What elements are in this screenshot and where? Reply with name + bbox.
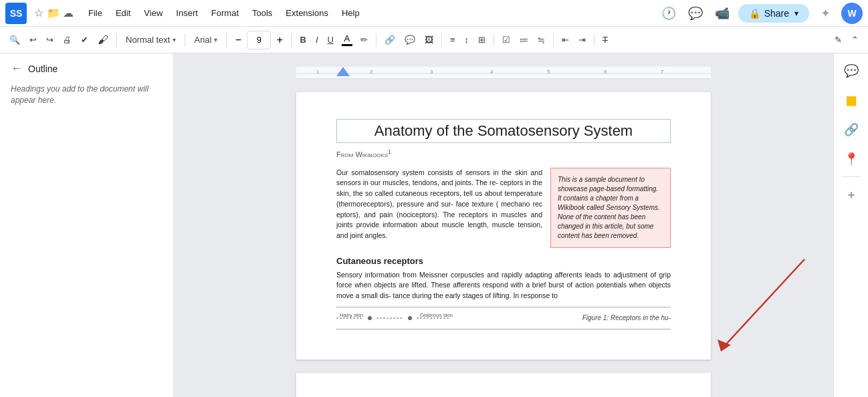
- history-icon[interactable]: 🕐: [658, 3, 679, 24]
- chevron-down-icon: ▾: [173, 36, 176, 43]
- right-panel: 💬 ◼ 🔗 📍 ＋: [833, 53, 868, 397]
- font-size-increase[interactable]: +: [272, 31, 287, 49]
- underline-button[interactable]: U: [324, 31, 338, 49]
- wikibooks-ref: From Wikibooks1: [336, 148, 671, 158]
- chevron-down-icon: ▾: [794, 9, 798, 18]
- svg-text:1: 1: [316, 69, 320, 75]
- svg-marker-17: [718, 340, 731, 352]
- indent-more-button[interactable]: ⇥: [574, 31, 590, 49]
- text-color-bar: [342, 44, 352, 46]
- line-spacing-button[interactable]: ↕: [460, 31, 473, 49]
- menu-extensions[interactable]: Extensions: [279, 5, 335, 21]
- text-color-button[interactable]: A: [339, 32, 355, 47]
- meet-icon[interactable]: 📹: [712, 3, 733, 24]
- magic-icon[interactable]: ✦: [815, 3, 836, 24]
- notes-panel-icon[interactable]: ◼: [839, 88, 863, 112]
- editing-mode-button[interactable]: ✎: [831, 31, 846, 49]
- divider-4: [291, 33, 292, 47]
- share-button[interactable]: 🔒 Share ▾: [738, 4, 809, 23]
- panel-divider: [842, 176, 861, 177]
- links-panel-icon[interactable]: 🔗: [839, 118, 863, 142]
- svg-text:Hairy skin: Hairy skin: [340, 312, 363, 318]
- menu-tools[interactable]: Tools: [245, 5, 279, 21]
- text-style-select[interactable]: Normal text ▾: [121, 31, 181, 49]
- page-1: From Wikibooks1 Our somatosensory system…: [296, 92, 711, 360]
- font-label: Arial: [194, 35, 211, 45]
- svg-marker-8: [336, 67, 350, 76]
- undo-button[interactable]: ↩: [25, 31, 41, 49]
- chat-icon[interactable]: 💬: [685, 3, 706, 24]
- font-size-input[interactable]: 9: [247, 31, 271, 49]
- outline-title: Outline: [28, 63, 58, 74]
- print-button[interactable]: 🖨: [59, 31, 76, 49]
- bold-button[interactable]: B: [296, 31, 310, 49]
- back-arrow[interactable]: ←: [11, 61, 23, 76]
- callout-box: This is a sample document to showcase pa…: [550, 168, 671, 248]
- redo-button[interactable]: ↪: [42, 31, 58, 49]
- menu-bar: File Edit View Insert Format Tools Exten…: [82, 5, 366, 21]
- menu-file[interactable]: File: [82, 5, 109, 21]
- checklist-button[interactable]: ☑: [498, 31, 514, 49]
- svg-text:6: 6: [604, 69, 607, 75]
- divider-7: [494, 33, 494, 47]
- section1-heading: Cutaneous receptors: [336, 256, 671, 266]
- paint-format-button[interactable]: 🖌: [94, 31, 112, 49]
- italic-button[interactable]: I: [312, 31, 322, 49]
- maps-panel-icon[interactable]: 📍: [839, 147, 863, 171]
- font-size-decrease[interactable]: −: [231, 31, 245, 49]
- chevron-down-icon-2: ▾: [214, 36, 217, 43]
- outline-hint: Headings you add to the document will ap…: [11, 84, 162, 106]
- font-select[interactable]: Arial ▾: [189, 31, 222, 49]
- folder-icon[interactable]: 📁: [47, 7, 60, 20]
- svg-point-12: [408, 316, 412, 320]
- text-color-label: A: [344, 33, 350, 43]
- comment-button[interactable]: 💬: [401, 31, 419, 49]
- divider-1: [116, 33, 117, 47]
- text-style-label: Normal text: [126, 35, 170, 45]
- columns-button[interactable]: ⊞: [474, 31, 490, 49]
- collapse-toolbar-button[interactable]: ⌃: [847, 31, 863, 49]
- highlight-button[interactable]: ✏: [356, 31, 372, 49]
- search-button[interactable]: 🔍: [5, 31, 24, 49]
- bullets-button[interactable]: ≔: [516, 31, 532, 49]
- link-button[interactable]: 🔗: [381, 31, 399, 49]
- sidebar: ← Outline Headings you add to the docume…: [0, 53, 174, 397]
- menu-help[interactable]: Help: [335, 5, 366, 21]
- figure-area: Hairy skin Glabrous skin Figure 1: Recep…: [336, 307, 671, 329]
- svg-text:Glabrous skin: Glabrous skin: [420, 312, 453, 318]
- cloud-icon[interactable]: ☁: [62, 7, 75, 20]
- lock-icon: 🔒: [749, 8, 760, 19]
- page1-intro-text: Our somatosensory system consists of sen…: [336, 168, 542, 248]
- star-icon[interactable]: ☆: [32, 7, 45, 20]
- indent-less-button[interactable]: ⇤: [558, 31, 573, 49]
- divider-3: [226, 33, 227, 47]
- avatar[interactable]: W: [841, 3, 863, 24]
- share-label: Share: [764, 8, 789, 19]
- section1-body: Sensory information from Meissner corpus…: [336, 270, 671, 301]
- svg-point-10: [368, 316, 372, 320]
- numbering-button[interactable]: ≒: [534, 31, 549, 49]
- menu-format[interactable]: Format: [205, 5, 245, 21]
- svg-text:3: 3: [430, 69, 433, 75]
- menu-view[interactable]: View: [137, 5, 169, 21]
- page-title[interactable]: [336, 119, 671, 143]
- app-icon: SS: [5, 3, 27, 24]
- add-panel-icon[interactable]: ＋: [839, 182, 863, 207]
- figure-caption: Figure 1: Receptors in the hu-: [582, 314, 671, 321]
- svg-text:2: 2: [370, 69, 373, 75]
- menu-insert[interactable]: Insert: [169, 5, 205, 21]
- align-button[interactable]: ≡: [446, 31, 459, 49]
- svg-text:4: 4: [490, 69, 494, 75]
- figure-image: Hairy skin Glabrous skin: [336, 311, 470, 325]
- font-size-value: 9: [257, 35, 261, 45]
- image-button[interactable]: 🖼: [421, 31, 437, 49]
- clear-format-button[interactable]: T̶: [599, 31, 612, 49]
- divider-6: [441, 33, 442, 47]
- menu-edit[interactable]: Edit: [109, 5, 137, 21]
- svg-line-16: [724, 259, 804, 346]
- comments-panel-icon[interactable]: 💬: [839, 59, 863, 83]
- ruler-svg: 1 2 3 4 5 6 7: [296, 67, 711, 79]
- divider-9: [594, 33, 594, 47]
- document-area: 1 2 3 4 5 6 7 From Wikibooks1 Our somato…: [174, 53, 833, 397]
- spellcheck-button[interactable]: ✔: [77, 31, 92, 49]
